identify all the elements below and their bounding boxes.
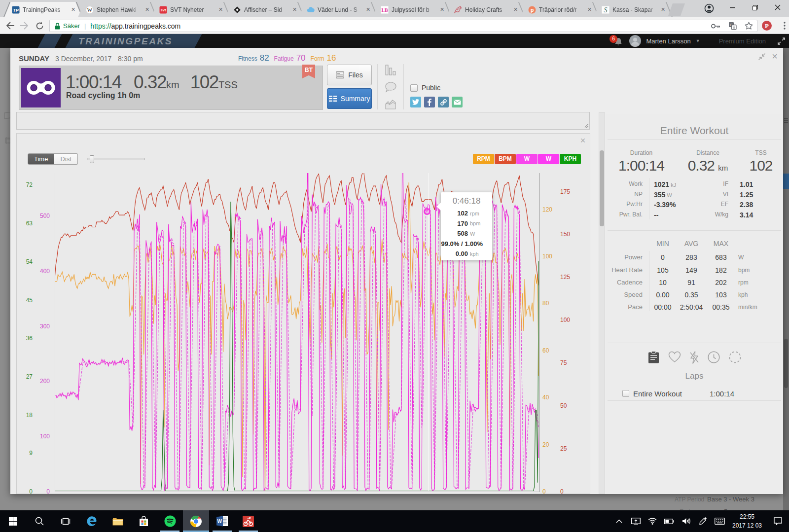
legend-bpm-1-button[interactable]: BPM <box>495 154 516 164</box>
legend-w-3-button[interactable]: W <box>538 154 559 164</box>
cycling-app-button[interactable] <box>235 510 261 532</box>
tab-close-icon[interactable]: × <box>364 6 372 13</box>
resize-grip-icon[interactable] <box>584 124 588 128</box>
comment-bubble-icon[interactable] <box>385 82 396 93</box>
tab-julpyssel[interactable]: I.B Julpyssel för b × <box>373 2 451 17</box>
share-link-button[interactable] <box>438 97 449 107</box>
tab-title: Holiday Crafts <box>465 6 509 13</box>
window-close-button[interactable] <box>766 0 789 15</box>
chrome-button[interactable] <box>183 510 209 532</box>
translate-icon[interactable]: G <box>728 22 737 30</box>
close-modal-icon[interactable]: × <box>770 52 779 61</box>
action-center-button[interactable] <box>766 510 789 532</box>
legend-w-2-button[interactable]: W <box>516 154 538 164</box>
tray-chevron-icon[interactable] <box>610 510 627 532</box>
address-bar[interactable]: Säker | https://app.trainingpeaks.com G <box>49 20 757 32</box>
bookmark-star-icon[interactable] <box>745 22 753 30</box>
password-key-icon[interactable] <box>711 23 720 29</box>
tab-trainingpeaks[interactable]: TP TrainingPeaks × <box>4 2 82 17</box>
trainingpeaks-logo[interactable]: TRAININGPEAKS <box>78 36 173 47</box>
forward-button[interactable] <box>18 19 31 32</box>
start-button[interactable] <box>0 510 26 532</box>
tray-volume-icon[interactable] <box>678 510 694 532</box>
tray-keyboard-icon[interactable] <box>711 510 728 532</box>
comment-textarea[interactable] <box>16 112 590 130</box>
share-facebook-button[interactable] <box>424 97 435 107</box>
tab-stephen-hawking[interactable]: W Stephen Hawki × <box>78 2 156 17</box>
tab-holiday-crafts[interactable]: Holiday Crafts × <box>446 2 524 17</box>
tray-battery-icon[interactable] <box>661 510 678 532</box>
rpm-axis-tick: 20 <box>542 441 549 448</box>
edge-button[interactable] <box>78 510 105 532</box>
heart-rate-tab-icon[interactable] <box>668 351 681 363</box>
user-avatar[interactable] <box>629 35 641 47</box>
lap-checkbox[interactable] <box>622 390 629 397</box>
tab-close-icon[interactable]: × <box>512 6 519 13</box>
legend-rpm-0-button[interactable]: RPM <box>473 154 494 164</box>
toggle-time-button[interactable]: Time <box>28 153 54 165</box>
window-minimize-button[interactable] <box>721 0 744 15</box>
tab-svt-nyheter[interactable]: svt SVT Nyheter × <box>151 2 229 17</box>
bar-chart-icon[interactable] <box>385 64 396 76</box>
watts-axis-tick: 500 <box>30 213 50 219</box>
user-name[interactable]: Marten Larsson <box>646 37 690 45</box>
reload-button[interactable] <box>33 19 46 32</box>
tab-kassa[interactable]: S Kassa - Skapar × <box>594 2 672 17</box>
extension-pinterest-icon[interactable]: P <box>761 20 772 31</box>
tray-pen-glyph <box>699 517 707 525</box>
taskbar-search-button[interactable] <box>26 510 52 532</box>
tab-close-icon[interactable]: × <box>217 6 224 13</box>
tab-close-icon[interactable]: × <box>586 6 593 13</box>
tab-close-icon[interactable]: × <box>70 6 77 13</box>
lap-row[interactable]: Entire Workout 1:00:14 <box>606 389 783 400</box>
rpm-axis-tick: 0 <box>542 488 546 494</box>
tab-close-icon[interactable]: × <box>659 6 667 13</box>
background-sidebar-icon <box>4 112 11 120</box>
spotify-button[interactable] <box>157 510 183 532</box>
browser-menu-icon[interactable] <box>778 19 789 32</box>
tab-close-icon[interactable]: × <box>143 6 151 13</box>
tray-wifi-icon[interactable] <box>644 510 661 532</box>
zoom-slider[interactable] <box>87 158 145 160</box>
collapse-modal-icon[interactable] <box>758 53 766 61</box>
tray-project-icon[interactable] <box>627 510 644 532</box>
share-twitter-button[interactable] <box>410 97 421 107</box>
zoom-slider-handle[interactable] <box>90 155 94 163</box>
taskbar-clock[interactable]: 22:55 2017 12 03 <box>728 512 766 530</box>
microsoft-store-icon <box>139 516 148 527</box>
window-maximize-button[interactable] <box>744 0 766 15</box>
power-tab-icon[interactable] <box>690 351 699 364</box>
notifications-button[interactable]: 6 <box>610 34 624 48</box>
browser-profile-icon[interactable] <box>703 2 715 14</box>
secure-lock-icon <box>55 23 60 30</box>
zones-tab-icon[interactable] <box>729 351 741 363</box>
public-checkbox[interactable] <box>410 84 418 92</box>
quickview-scrollbar-thumb[interactable] <box>600 150 604 226</box>
legend-kph-4-button[interactable]: KPH <box>560 154 581 164</box>
word-button[interactable]: W <box>209 510 235 532</box>
chart-close-icon[interactable]: × <box>579 137 587 144</box>
tray-pen-icon[interactable] <box>694 510 711 532</box>
user-menu-caret-icon[interactable]: ▼ <box>696 38 700 43</box>
microsoft-store-button[interactable] <box>131 510 157 532</box>
files-button[interactable]: Files <box>327 65 372 85</box>
summary-button[interactable]: Summary <box>327 88 372 109</box>
tab-close-icon[interactable]: × <box>438 6 446 13</box>
share-email-button[interactable] <box>452 97 463 107</box>
tab-traparlor[interactable]: p Träpärlor röd/r × <box>520 2 598 17</box>
file-explorer-button[interactable] <box>105 510 131 532</box>
mam-cell: 91 <box>677 279 706 286</box>
tab-vader-lund[interactable]: Väder Lund - S × <box>299 2 377 17</box>
mam-cell: 202 <box>706 279 736 286</box>
time-tab-icon[interactable] <box>708 351 720 363</box>
fullscreen-expand-icon[interactable] <box>778 37 785 45</box>
notes-tab-icon[interactable] <box>648 351 659 364</box>
browser-toolbar: Säker | https://app.trainingpeaks.com G … <box>0 17 789 34</box>
tab-close-icon[interactable]: × <box>291 6 298 13</box>
area-chart-icon[interactable] <box>385 98 396 109</box>
tab-affischer[interactable]: Affischer – Sid × <box>225 2 303 17</box>
task-view-button[interactable] <box>52 510 78 532</box>
back-button[interactable] <box>4 19 17 32</box>
tab-content: W Stephen Hawki × <box>86 2 151 17</box>
toggle-dist-button[interactable]: Dist <box>54 153 77 165</box>
